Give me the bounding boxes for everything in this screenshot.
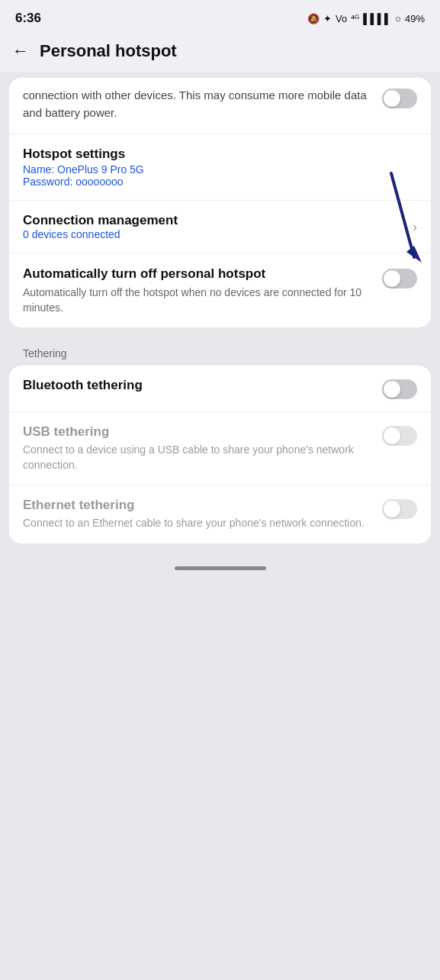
back-button[interactable]: ← (12, 43, 29, 60)
usb-tethering-toggle (382, 426, 417, 446)
battery-percent: 49% (405, 13, 425, 24)
bluetooth-tethering-toggle[interactable] (382, 379, 417, 399)
battery-icon: ○ (395, 13, 401, 24)
home-bar (175, 566, 266, 570)
partial-text-row: connection with other devices. This may … (9, 78, 431, 134)
bluetooth-icon: ✦ (323, 13, 332, 24)
usb-tethering-title: USB tethering (23, 424, 370, 440)
connection-management-row[interactable]: Connection management 0 devices connecte… (9, 201, 431, 253)
ethernet-tethering-desc: Connect to an Ethernet cable to share yo… (23, 516, 370, 531)
network-type-icon: Vo (336, 13, 347, 24)
hotspot-settings-row[interactable]: Hotspot settings Name: OnePlus 9 Pro 5G … (9, 134, 431, 201)
status-icons: 🔕 ✦ Vo ⁴ᴳ ▌▌▌▌ ○ 49% (307, 13, 425, 24)
usb-tethering-row: USB tethering Connect to a device using … (9, 412, 431, 485)
home-indicator (0, 557, 440, 576)
page-title: Personal hotspot (40, 41, 177, 61)
chevron-right-icon: › (413, 219, 417, 235)
header: ← Personal hotspot (0, 34, 440, 72)
auto-off-desc: Automatically turn off the hotspot when … (23, 285, 370, 315)
lte-icon: ⁴ᴳ (351, 13, 359, 24)
partial-text-content: connection with other devices. This may … (23, 89, 367, 119)
mute-icon: 🔕 (307, 13, 320, 24)
auto-turn-off-row: Automatically turn off personal hotspot … (9, 253, 431, 327)
auto-off-text: Automatically turn off personal hotspot … (23, 266, 382, 315)
hotspot-settings-title: Hotspot settings (23, 147, 417, 162)
tethering-label: Tethering (9, 335, 431, 366)
partial-text-body: connection with other devices. This may … (23, 87, 382, 121)
main-card: connection with other devices. This may … (9, 78, 431, 327)
connection-management-subtitle: 0 devices connected (23, 228, 178, 240)
status-bar: 6:36 🔕 ✦ Vo ⁴ᴳ ▌▌▌▌ ○ 49% (0, 0, 440, 34)
partial-toggle[interactable] (382, 89, 417, 108)
auto-off-toggle[interactable] (382, 269, 417, 289)
hotspot-password: Password: oooooooo (23, 176, 417, 188)
usb-tethering-desc: Connect to a device using a USB cable to… (23, 443, 370, 472)
status-time: 6:36 (15, 11, 41, 26)
signal-icon: ▌▌▌▌ (363, 13, 391, 24)
connection-management-title: Connection management (23, 213, 178, 228)
bluetooth-tethering-row: Bluetooth tethering (9, 366, 431, 412)
tethering-card: Bluetooth tethering USB tethering Connec… (9, 366, 431, 543)
hotspot-name: Name: OnePlus 9 Pro 5G (23, 163, 417, 176)
ethernet-tethering-title: Ethernet tethering (23, 498, 370, 513)
ethernet-tethering-row: Ethernet tethering Connect to an Etherne… (9, 485, 431, 543)
content-area: connection with other devices. This may … (0, 72, 440, 557)
auto-off-title: Automatically turn off personal hotspot (23, 266, 370, 282)
ethernet-tethering-toggle (382, 499, 417, 519)
bluetooth-tethering-title: Bluetooth tethering (23, 378, 370, 393)
